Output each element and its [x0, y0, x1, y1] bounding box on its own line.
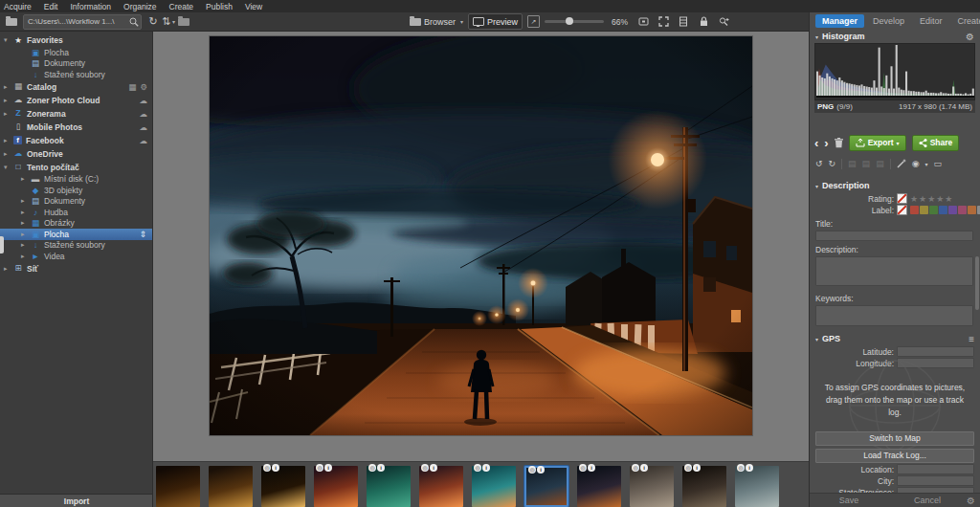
rating-none-icon[interactable]	[897, 193, 907, 204]
star-icon[interactable]: ★	[936, 194, 945, 204]
caret-right-icon[interactable]: ▸	[4, 97, 12, 104]
sidebar-item-facebook[interactable]: ▸fFacebook☁	[0, 134, 152, 147]
label-color-swatch-6[interactable]	[958, 206, 967, 214]
menu-information[interactable]: Information	[70, 2, 111, 11]
sidebar-item-sta-en-soubory[interactable]: ↓Stažené soubory	[0, 69, 152, 80]
menu-create[interactable]: Create	[169, 2, 194, 11]
clone-stamp-icon[interactable]: ◉	[912, 159, 920, 168]
menu-edit[interactable]: Edit	[44, 2, 58, 11]
compare-zoom-icon[interactable]	[716, 14, 731, 30]
sidebar-item-dokumenty[interactable]: ▸▤Dokumenty	[0, 196, 152, 208]
thumbnail-teal-beach[interactable]: ◎i	[472, 466, 516, 507]
label-color-swatch-2[interactable]	[920, 206, 928, 214]
sidebar-item-s[interactable]: ▸⊞Síť	[0, 262, 152, 276]
search-icon[interactable]	[129, 17, 139, 27]
sidebar-item-zoner-photo-cloud[interactable]: ▸☁Zoner Photo Cloud☁	[0, 94, 152, 107]
thumbnail-sunset-hills[interactable]: ◎i	[419, 466, 463, 507]
sidebar-item-3d-objekty[interactable]: ◆3D objekty	[0, 185, 152, 196]
keywords-input[interactable]	[815, 305, 973, 326]
share-button[interactable]: Share	[912, 135, 960, 151]
paste-icon[interactable]: ▤	[876, 159, 884, 168]
caret-right-icon[interactable]: ▸	[4, 110, 12, 118]
sidebar-item-tento-po-ta[interactable]: ▾□Tento počítač	[0, 161, 152, 174]
cancel-button[interactable]: Cancel	[888, 496, 967, 505]
refresh-icon[interactable]: ↻	[145, 14, 161, 30]
label-color-swatch-3[interactable]	[929, 206, 938, 214]
fit-to-screen-icon[interactable]	[656, 14, 671, 30]
rotate-right-icon[interactable]: ↻	[829, 159, 836, 168]
filmstrip-panel-icon[interactable]	[676, 14, 691, 30]
thumbnail-teal-field[interactable]: ◎i	[367, 466, 411, 507]
label-color-swatch-7[interactable]	[968, 206, 976, 214]
import-button[interactable]: Import	[0, 494, 153, 507]
folder-up-button[interactable]	[4, 14, 19, 30]
menu-organize[interactable]: Organize	[123, 2, 157, 11]
sidebar-item-dokumenty[interactable]: ▤Dokumenty	[0, 58, 152, 70]
label-none-icon[interactable]	[897, 205, 907, 215]
zoom-percent[interactable]: 66%	[612, 17, 628, 27]
thumbnail-sunset-tree[interactable]: ◎i	[314, 466, 358, 507]
sidebar-item-mobile-photos[interactable]: ▯Mobile Photos☁	[0, 121, 152, 134]
load-track-log-button[interactable]: Load Track Log...	[815, 449, 974, 463]
caret-right-icon[interactable]: ▸	[4, 137, 12, 144]
sidebar-item-videa[interactable]: ▸►Videa	[0, 251, 152, 262]
star-icon[interactable]: ★	[910, 194, 919, 204]
thumbnail-winter-path[interactable]: ◎i	[630, 466, 674, 507]
title-input[interactable]	[815, 231, 973, 241]
quick-edit-wand-icon[interactable]	[897, 159, 906, 168]
zoom-slider[interactable]	[545, 20, 604, 23]
gps-menu-icon[interactable]: ≡	[969, 334, 974, 344]
menu-acquire[interactable]: Acquire	[4, 2, 32, 11]
city-input[interactable]	[897, 475, 974, 486]
slideshow-icon[interactable]: ▭	[934, 159, 943, 168]
caret-right-icon[interactable]: ▸	[4, 83, 12, 91]
caret-right-icon[interactable]: ▸	[4, 265, 12, 273]
zoom-actual-size-icon[interactable]	[635, 14, 651, 30]
sidebar-item-catalog[interactable]: ▸▦Catalog▦⚙	[0, 80, 152, 94]
menu-publish[interactable]: Publish	[206, 2, 233, 11]
star-icon[interactable]: ★	[945, 194, 953, 204]
thumbnail-wreath-lights[interactable]: ◎i	[261, 466, 305, 507]
folder-browse-button[interactable]	[176, 14, 191, 30]
save-button[interactable]: Save	[810, 496, 888, 505]
caret-right-icon[interactable]: ▸	[21, 209, 30, 216]
folder-plus-icon[interactable]: ▦	[128, 82, 136, 92]
caret-right-icon[interactable]: ▸	[21, 219, 30, 227]
chevron-down-icon[interactable]: ▾	[925, 161, 928, 167]
thumbnail-mountain-hikers[interactable]: ◎i	[735, 466, 779, 507]
sort-button[interactable]: ⇅▾	[161, 14, 176, 30]
sidebar-item-favorites[interactable]: ▾★Favorites	[0, 33, 152, 47]
label-color-swatch-1[interactable]	[910, 206, 919, 214]
panel-splitter-grip[interactable]	[0, 236, 4, 254]
caret-right-icon[interactable]: ▸	[21, 231, 30, 238]
zoom-slider-thumb[interactable]	[566, 17, 573, 25]
caret-right-icon[interactable]: ▸	[21, 241, 30, 249]
star-icon[interactable]: ★	[927, 194, 936, 204]
description-input[interactable]	[815, 256, 973, 286]
thumbnail-bridge-night[interactable]: ◎i	[577, 466, 621, 507]
sidebar-item-m-stn-disk-c[interactable]: ▸▬Místní disk (C:)	[0, 174, 152, 186]
sidebar-item-zonerama[interactable]: ▸ZZonerama☁	[0, 107, 152, 121]
settings-gear-icon[interactable]: ⚙	[967, 496, 980, 506]
caret-down-icon[interactable]: ▾	[4, 36, 12, 44]
menu-view[interactable]: View	[245, 2, 262, 11]
tab-editor[interactable]: Editor	[913, 14, 949, 28]
thumbnail-bark-bokeh[interactable]	[209, 466, 253, 507]
copy-all-icon[interactable]: ▤	[862, 159, 871, 168]
tab-develop[interactable]: Develop	[866, 14, 911, 28]
path-input[interactable]	[26, 16, 129, 27]
histogram-section-header[interactable]: ▾ Histogram ⚙	[810, 30, 980, 43]
open-in-window-icon[interactable]: ↗	[527, 15, 540, 28]
thumbnail-dark-corridor[interactable]: ◎i	[682, 466, 726, 507]
tab-create[interactable]: Create	[951, 14, 980, 28]
sidebar-item-plocha[interactable]: ▸▣Plocha⇕	[0, 229, 152, 240]
description-section-header[interactable]: ▾ Description	[810, 179, 980, 192]
panel-scrollbar[interactable]	[975, 256, 979, 310]
label-color-swatch-4[interactable]	[939, 206, 947, 214]
caret-right-icon[interactable]: ▸	[21, 197, 30, 205]
gear-icon[interactable]: ⚙	[140, 82, 147, 92]
histogram-settings-icon[interactable]: ⚙	[966, 32, 974, 42]
sidebar-item-plocha[interactable]: ▣Plocha	[0, 47, 152, 58]
label-color-swatch-5[interactable]	[948, 206, 957, 214]
caret-right-icon[interactable]: ▸	[21, 175, 30, 183]
